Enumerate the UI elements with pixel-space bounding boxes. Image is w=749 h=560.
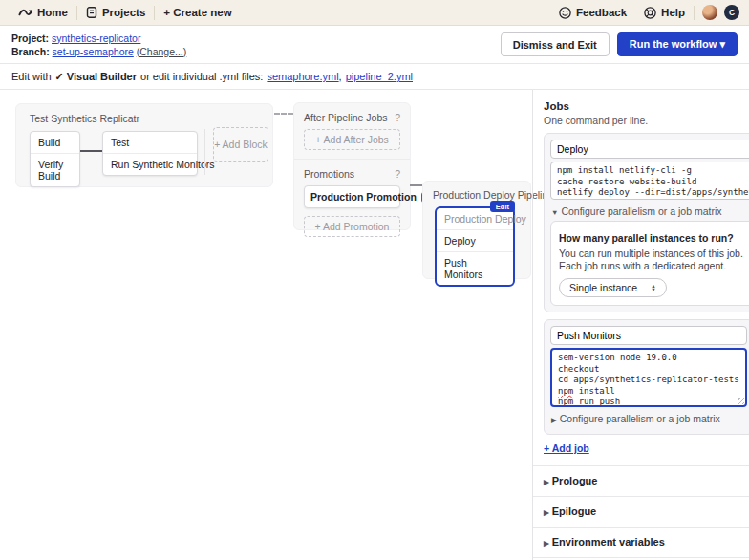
pipeline-title: Test Synthetics Replicatr bbox=[16, 104, 272, 124]
promotions-title: Promotions bbox=[304, 168, 354, 180]
edit-mode-bar: Edit with ✓ Visual Builder or edit indiv… bbox=[0, 63, 749, 90]
promotion-connector bbox=[410, 184, 422, 186]
accordion-epilogue[interactable]: ▶Epilogue bbox=[544, 506, 740, 517]
job-commands-editor-focused[interactable]: sem-version node 19.0.0checkoutcd apps/s… bbox=[550, 348, 747, 407]
caret-down-icon: ▼ bbox=[551, 208, 558, 217]
caret-right-icon: ▶ bbox=[544, 539, 549, 548]
caret-right-icon: ▶ bbox=[551, 416, 557, 424]
promotion-production[interactable]: Production Promotion A bbox=[304, 185, 400, 208]
block-job[interactable]: Verify Build bbox=[31, 154, 79, 186]
project-link[interactable]: synthetics-replicator bbox=[52, 32, 140, 44]
check-icon: ✓ bbox=[55, 71, 64, 82]
block-build[interactable]: Build Verify Build bbox=[30, 131, 80, 187]
block-job[interactable]: Run Synthetic Monitors bbox=[103, 154, 197, 175]
workflow-header: Project: synthetics-replicator Branch: s… bbox=[0, 26, 749, 63]
visual-builder-label: Visual Builder bbox=[67, 71, 137, 82]
workflow-canvas: Test Synthetics Replicatr Build Verify B… bbox=[0, 90, 749, 560]
block-connector bbox=[80, 150, 102, 152]
parallel-instances-select[interactable]: Single instance ▲▼ bbox=[559, 278, 667, 297]
block-test[interactable]: Test Run Synthetic Monitors bbox=[102, 131, 198, 176]
block-production-deploy-selected[interactable]: Edit Production Deploy Deploy Push Monit… bbox=[435, 206, 515, 287]
parallelism-panel: How many parallel instances to run? You … bbox=[550, 221, 749, 306]
panel-divider bbox=[204, 129, 205, 175]
after-jobs-help[interactable]: ? bbox=[395, 112, 400, 123]
smiley-icon bbox=[559, 7, 571, 19]
jobs-title: Jobs bbox=[544, 100, 740, 112]
feedback-label: Feedback bbox=[576, 7, 627, 18]
add-after-jobs-button[interactable]: + Add After Jobs bbox=[304, 129, 400, 150]
lifebuoy-icon bbox=[644, 7, 656, 19]
help-button[interactable]: Help bbox=[635, 7, 694, 19]
nav-create-new-label: + Create new bbox=[163, 7, 231, 18]
semaphore-yml-link[interactable]: semaphore.yml bbox=[267, 71, 338, 82]
user-avatar[interactable] bbox=[702, 5, 717, 20]
caret-right-icon: ▶ bbox=[544, 508, 549, 517]
parallel-question: How many parallel instances to run? bbox=[559, 232, 734, 244]
nav-create-new[interactable]: + Create new bbox=[155, 0, 240, 25]
dismiss-and-exit-button[interactable]: Dismiss and Exit bbox=[501, 32, 610, 56]
caret-right-icon: ▶ bbox=[544, 478, 549, 486]
block-name: Build bbox=[31, 132, 79, 153]
block-name: Test bbox=[103, 132, 197, 153]
nav-projects[interactable]: Projects bbox=[77, 0, 154, 25]
job-card-push-monitors: sem-version node 19.0.0checkoutcd apps/s… bbox=[544, 319, 749, 435]
pipeline-title: Production Deploy Pipeline bbox=[423, 182, 530, 201]
add-block-button[interactable]: + Add Block bbox=[213, 127, 268, 162]
document-icon bbox=[86, 7, 97, 18]
select-arrows-icon: ▲▼ bbox=[651, 284, 655, 292]
change-branch-link[interactable]: (Change...) bbox=[137, 46, 187, 57]
promotions-help[interactable]: ? bbox=[395, 168, 400, 180]
branch-line: Branch: set-up-semaphore (Change...) bbox=[11, 45, 186, 58]
jobs-subtitle: One command per line. bbox=[544, 115, 740, 126]
pipeline-panel-production-deploy: Production Deploy Pipeline Edit Producti… bbox=[422, 181, 531, 279]
feedback-button[interactable]: Feedback bbox=[550, 7, 635, 19]
job-editor-sidebar: Jobs One command per line. npm install n… bbox=[532, 90, 749, 560]
add-job-link[interactable]: + Add job bbox=[544, 442, 589, 454]
run-workflow-button[interactable]: Run the workflow ▾ bbox=[617, 32, 738, 56]
edit-badge: Edit bbox=[490, 201, 515, 212]
edit-with-label: Edit with bbox=[11, 71, 52, 82]
project-line: Project: synthetics-replicator bbox=[11, 32, 186, 45]
pipeline-panel-test-synthetics: Test Synthetics Replicatr Build Verify B… bbox=[15, 103, 273, 187]
nav-projects-label: Projects bbox=[102, 7, 145, 18]
job-name-input[interactable] bbox=[550, 140, 749, 159]
job-commands-editor[interactable]: npm install netlify-cli -gcache restore … bbox=[550, 162, 749, 200]
accordion-environment-variables[interactable]: ▶Environment variables bbox=[544, 536, 740, 548]
branch-link[interactable]: set-up-semaphore bbox=[53, 46, 134, 57]
after-jobs-title: After Pipeline Jobs bbox=[304, 112, 388, 123]
accordion-prologue[interactable]: ▶Prologue bbox=[544, 475, 740, 486]
pipeline-2-yml-link[interactable]: pipeline_2.yml bbox=[346, 71, 413, 82]
block-job[interactable]: Deploy bbox=[437, 230, 513, 251]
block-job[interactable]: Push Monitors bbox=[437, 252, 513, 285]
edit-middle-label: or edit individual .yml files: bbox=[140, 71, 263, 82]
job-name-input[interactable] bbox=[550, 326, 747, 345]
semaphore-logo-icon bbox=[18, 7, 32, 18]
caret-down-icon: ▾ bbox=[719, 38, 725, 50]
nav-divider bbox=[694, 6, 695, 20]
promotions-panel: After Pipeline Jobs ? + Add After Jobs P… bbox=[293, 102, 411, 230]
org-avatar[interactable]: C bbox=[724, 5, 739, 20]
project-label: Project: bbox=[11, 32, 49, 44]
add-promotion-button[interactable]: + Add Promotion bbox=[304, 216, 400, 237]
parallelism-toggle-expanded[interactable]: ▼Configure parallelism or a job matrix bbox=[551, 205, 749, 217]
branch-label: Branch: bbox=[11, 46, 50, 57]
pipeline-connector-dashed bbox=[274, 113, 293, 115]
help-label: Help bbox=[661, 7, 685, 18]
nav-home-label: Home bbox=[37, 7, 68, 18]
job-card-deploy: npm install netlify-cli -gcache restore … bbox=[544, 133, 749, 312]
top-nav: Home Projects + Create new Feedback Help… bbox=[0, 0, 749, 26]
parallelism-toggle-collapsed[interactable]: ▶Configure parallelism or a job matrix bbox=[551, 413, 747, 424]
nav-home[interactable]: Home bbox=[10, 0, 76, 25]
parallel-description: You can run multiple instances of this j… bbox=[559, 248, 749, 272]
